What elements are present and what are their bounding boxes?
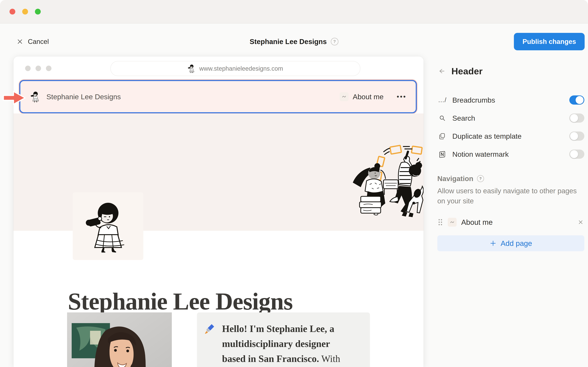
site-preview-card: www.stephanieleedesigns.com Stephanie Le… [13, 56, 424, 367]
add-page-button[interactable]: Add page [437, 235, 584, 251]
app-window: Cancel Stephanie Lee Designs ? Publish c… [0, 0, 588, 367]
browser-dot [35, 66, 41, 71]
nav-page-row-about-me[interactable]: About me [437, 216, 584, 229]
toggle-row-watermark: Notion watermark [437, 145, 584, 163]
duplicate-toggle[interactable] [569, 132, 584, 141]
page-logo[interactable] [73, 192, 143, 260]
remove-page-button[interactable] [577, 218, 584, 226]
more-menu-button[interactable]: ••• [397, 93, 406, 100]
browser-url-bar: www.stephanieleedesigns.com [110, 61, 360, 76]
panel-header: Header [437, 66, 584, 77]
toggle-list: …/ Breadcrumbs Search Duplicate as templ… [437, 91, 584, 163]
navigation-label: Navigation [437, 175, 473, 183]
toggle-row-breadcrumbs: …/ Breadcrumbs [437, 91, 584, 109]
navigation-label-row: Navigation ? [437, 175, 584, 183]
browser-dot [25, 66, 31, 71]
site-logo-icon [30, 91, 41, 102]
site-header-brand[interactable]: Stephanie Lee Designs [30, 91, 121, 102]
woman-with-camera-illustration [85, 199, 131, 253]
site-title: Stephanie Lee Designs [250, 37, 327, 46]
window-close-button[interactable] [9, 9, 15, 15]
window-minimize-button[interactable] [22, 9, 28, 15]
breadcrumbs-icon: …/ [437, 96, 447, 104]
duplicate-icon [437, 133, 447, 140]
browser-dot [46, 66, 52, 71]
navigation-description: Allow users to easily navigate to other … [437, 186, 584, 206]
breadcrumbs-toggle[interactable] [569, 95, 584, 105]
nav-item-label: About me [353, 92, 384, 101]
portrait-photo-image [67, 312, 172, 367]
navigation-section: Navigation ? Allow users to easily navig… [437, 175, 584, 251]
portrait-photo[interactable] [67, 312, 172, 367]
header-settings-panel: Header …/ Breadcrumbs Search Duplicate a… [423, 56, 588, 367]
toggle-row-search: Search [437, 109, 584, 127]
cancel-label: Cancel [28, 38, 49, 45]
left-arrow-icon [437, 67, 445, 75]
search-toggle[interactable] [569, 113, 584, 123]
drag-handle-icon[interactable] [437, 218, 443, 226]
site-header-nav: About me ••• [340, 92, 406, 101]
back-button[interactable] [437, 67, 445, 75]
publish-changes-button[interactable]: Publish changes [514, 33, 585, 50]
site-header-name: Stephanie Lee Designs [46, 92, 121, 101]
panel-title: Header [451, 66, 483, 76]
paintbrush-icon [205, 323, 216, 335]
editor-toolbar: Cancel Stephanie Lee Designs ? Publish c… [0, 24, 588, 60]
site-favicon-icon [188, 64, 196, 73]
about-me-page-icon [340, 92, 348, 101]
search-icon [437, 115, 447, 122]
nav-item-about-me[interactable]: About me [340, 92, 384, 101]
intro-callout[interactable]: Hello! I'm Stephanie Lee, a multidiscipl… [197, 312, 370, 367]
plus-icon [490, 240, 497, 247]
site-header-selected[interactable]: Stephanie Lee Designs About me ••• [19, 80, 417, 113]
help-icon[interactable]: ? [477, 175, 484, 182]
toolbar-title-group: Stephanie Lee Designs ? [250, 37, 338, 46]
help-icon[interactable]: ? [331, 38, 338, 45]
window-zoom-button[interactable] [35, 9, 41, 15]
cancel-button[interactable]: Cancel [17, 38, 49, 45]
intro-text: Hello! I'm Stephanie Lee, a multidiscipl… [222, 321, 340, 367]
site-url: www.stephanieleedesigns.com [199, 65, 283, 72]
notion-logo-icon [437, 151, 447, 158]
about-me-page-icon [448, 218, 457, 227]
close-icon [17, 38, 23, 45]
watermark-toggle[interactable] [569, 150, 584, 159]
cover-illustration [352, 145, 424, 221]
toggle-row-duplicate: Duplicate as template [437, 127, 584, 145]
page-heading[interactable]: Stephanie Lee Designs [68, 288, 293, 315]
window-titlebar [0, 0, 588, 24]
